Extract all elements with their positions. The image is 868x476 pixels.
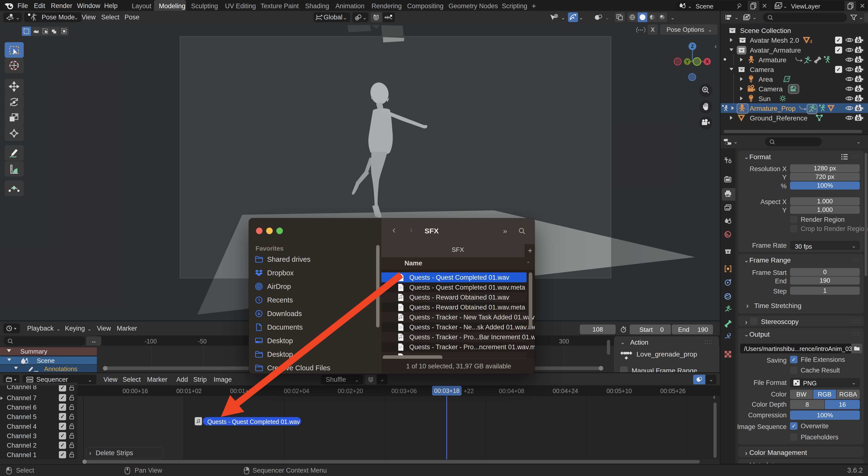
svg-text:Z: Z xyxy=(691,43,694,49)
svg-text:Y: Y xyxy=(686,59,689,64)
svg-text:‹: ‹ xyxy=(714,42,717,50)
svg-text:X: X xyxy=(706,59,709,64)
